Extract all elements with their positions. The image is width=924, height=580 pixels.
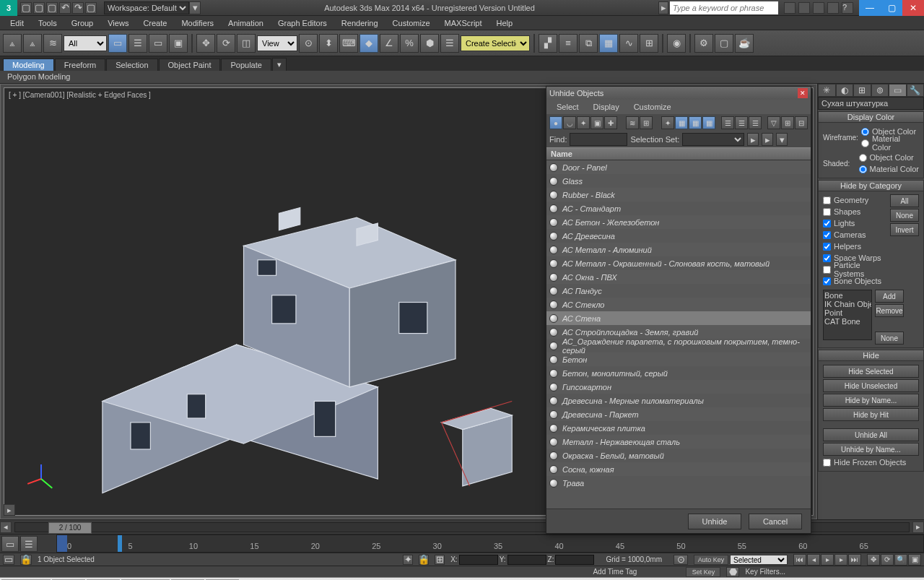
hide-btn-3[interactable]: Hide by Hit [823, 408, 919, 421]
hide-btn-1[interactable]: Hide Unselected [823, 379, 919, 392]
object-name-input[interactable] [818, 97, 924, 110]
ribbon-tab-freeform[interactable]: Freeform [55, 59, 106, 71]
z-input[interactable] [555, 555, 594, 565]
rotate-icon[interactable]: ⟳ [217, 34, 235, 53]
hc-check[interactable] [823, 277, 831, 285]
named-selection-dropdown[interactable]: Create Selection Se [461, 35, 530, 51]
percent-snap-icon[interactable]: % [400, 34, 419, 53]
display-xrefs-icon[interactable]: ✦ [661, 116, 674, 129]
utilities-tab-icon[interactable]: 🔧 [907, 84, 925, 97]
display-tab-icon[interactable]: ▭ [889, 84, 907, 97]
edit-named-sel-icon[interactable]: ☰ [440, 34, 459, 53]
dialog-menu-display[interactable]: Display [586, 101, 627, 113]
menu-create[interactable]: Create [136, 16, 174, 30]
display-frozen-icon[interactable]: ▦ [702, 116, 715, 129]
hide-header[interactable]: Hide [818, 350, 924, 361]
dialog-menu-select[interactable]: Select [549, 101, 586, 113]
select-none-icon[interactable]: ☰ [735, 116, 748, 129]
mini-curve-editor-icon[interactable]: ▭ [1, 536, 19, 552]
coord-system-dropdown[interactable]: View [257, 35, 297, 51]
select-link-icon[interactable]: ⟁ [3, 34, 22, 53]
close-button[interactable]: ✕ [902, 0, 924, 16]
dialog-titlebar[interactable]: Unhide Objects ✕ [546, 87, 811, 100]
hide-btn-5[interactable]: Unhide by Name... [823, 443, 919, 456]
shaded-material-radio[interactable] [859, 165, 867, 173]
exchange-icon[interactable] [813, 2, 824, 14]
display-helpers-icon[interactable]: ✚ [604, 116, 617, 129]
hc-invert-button[interactable]: Invert [890, 223, 919, 236]
object-list-item[interactable]: Металл - Нержавеющая сталь [546, 435, 811, 449]
object-list-item[interactable]: АС Стена [546, 311, 811, 325]
hc-none2-button[interactable]: None [875, 332, 904, 345]
display-bone-icon[interactable]: ▦ [675, 116, 688, 129]
graphite-toggle-icon[interactable]: ▦ [599, 34, 618, 53]
collapse-all-icon[interactable]: ⊟ [795, 116, 808, 129]
object-list-item[interactable]: АС Древесина [546, 229, 811, 243]
key-filters-button[interactable]: Key Filters... [745, 568, 785, 576]
hide-btn-2[interactable]: Hide by Name... [823, 394, 919, 407]
ribbon-expand-icon[interactable]: ▾ [272, 58, 287, 71]
object-list-item[interactable]: Древесина - Паркет [546, 407, 811, 421]
display-groups-icon[interactable]: ⊞ [640, 116, 653, 129]
motion-tab-icon[interactable]: ⊚ [871, 84, 889, 97]
object-list-item[interactable]: АС Бетон - Железобетон [546, 215, 811, 229]
shaded-object-radio[interactable] [859, 154, 867, 162]
select-object-icon[interactable]: ▭ [108, 34, 127, 53]
dialog-menu-customize[interactable]: Customize [627, 101, 679, 113]
hc-check[interactable] [823, 254, 831, 262]
infocenter-icon[interactable] [784, 2, 796, 14]
selection-lock-icon[interactable]: 🔒 [419, 555, 429, 565]
render-production-icon[interactable]: ☕ [735, 34, 754, 53]
set-key-button[interactable]: Set Key [686, 567, 720, 577]
material-editor-icon[interactable]: ◉ [667, 34, 686, 53]
cancel-button[interactable]: Cancel [749, 514, 802, 529]
hc-remove-button[interactable]: Remove [875, 304, 904, 317]
menu-tools[interactable]: Tools [31, 16, 64, 30]
selection-filter-dropdown[interactable]: All [64, 35, 107, 51]
qat-link-icon[interactable]: ▢ [85, 2, 97, 14]
hc-check[interactable] [823, 196, 831, 204]
hide-btn-0[interactable]: Hide Selected [823, 365, 919, 378]
scale-icon[interactable]: ◫ [237, 34, 256, 53]
display-container-icon[interactable]: ▦ [689, 116, 702, 129]
list-header-name[interactable]: Name [546, 147, 811, 160]
absolute-transform-icon[interactable]: ⊞ [435, 555, 445, 565]
object-list-item[interactable]: Door - Panel [546, 160, 811, 174]
ribbon-tab-populate[interactable]: Populate [221, 59, 271, 71]
select-invert-icon[interactable]: ☰ [749, 116, 762, 129]
move-icon[interactable]: ✥ [196, 34, 215, 53]
bind-space-warp-icon[interactable]: ≋ [43, 34, 62, 53]
time-prev-icon[interactable]: ◂ [0, 521, 12, 533]
ribbon-tab-selection[interactable]: Selection [106, 59, 157, 71]
maxscript-listener-icon[interactable]: ▭ [3, 555, 14, 565]
display-spacewarps-icon[interactable]: ≋ [626, 116, 639, 129]
object-list-item[interactable]: АС Металл - Окрашенный - Слоновая кость,… [546, 256, 811, 270]
curve-editor-icon[interactable]: ∿ [619, 34, 638, 53]
menu-animation[interactable]: Animation [221, 16, 271, 30]
mirror-icon[interactable]: ▞ [539, 34, 557, 53]
wireframe-object-radio[interactable] [861, 128, 869, 136]
ribbon-tab-object-paint[interactable]: Object Paint [159, 59, 221, 71]
menu-views[interactable]: Views [100, 16, 136, 30]
snap-toggle-icon[interactable]: ◆ [359, 34, 378, 53]
time-thumb[interactable]: 2 / 100 [48, 522, 92, 534]
maximize-button[interactable]: ▢ [881, 0, 902, 16]
lock-selection-icon[interactable]: 🔒 [20, 555, 32, 565]
qat-open-icon[interactable]: ▢ [33, 2, 45, 14]
ruler-current-marker[interactable] [118, 535, 122, 552]
hc-check[interactable] [823, 220, 831, 228]
menu-maxscript[interactable]: MAXScript [437, 16, 489, 30]
menu-customize[interactable]: Customize [385, 16, 437, 30]
layer-manager-icon[interactable]: ⧉ [579, 34, 598, 53]
hc-add-button[interactable]: Add [875, 290, 904, 303]
hierarchy-tab-icon[interactable]: ⊞ [853, 84, 871, 97]
object-list-item[interactable]: АС_Ограждение парапета, с порошковым пок… [546, 339, 811, 352]
hc-all-button[interactable]: All [890, 194, 919, 207]
arc-rotate-icon[interactable]: ⟳ [881, 554, 894, 566]
hc-check[interactable] [823, 266, 831, 274]
time-next-icon[interactable]: ▸ [912, 521, 924, 533]
selset-add-icon[interactable]: ▸ [747, 133, 759, 146]
object-list-item[interactable]: Керамическая плитка [546, 421, 811, 435]
find-input[interactable] [570, 133, 627, 146]
select-by-name-icon[interactable]: ☰ [128, 34, 147, 53]
